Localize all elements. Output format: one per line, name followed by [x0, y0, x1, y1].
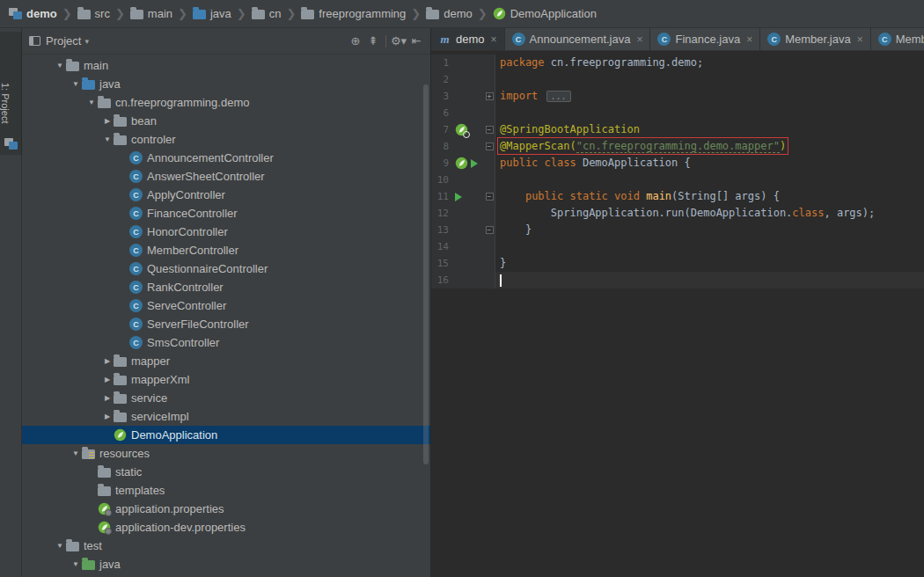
chevron-expanded-icon[interactable]: ▼ — [101, 135, 114, 143]
tab-announcement-java[interactable]: CAnnouncement.java× — [505, 28, 651, 50]
spring-icon[interactable] — [455, 157, 468, 170]
breadcrumb-item-freeprogramming[interactable]: freeprogramming — [299, 0, 407, 27]
chevron-expanded-icon[interactable]: ▼ — [85, 99, 98, 106]
tree-item-static[interactable]: static — [22, 463, 430, 481]
code-line-9: 9public class DemoApplication { — [431, 155, 924, 172]
chevron-collapsed-icon[interactable]: ▶ — [101, 357, 114, 365]
tree-item-serverfilecontroller[interactable]: CServerFileController — [22, 315, 430, 333]
gutter — [452, 188, 484, 205]
tree-item-honorcontroller[interactable]: CHonorController — [22, 223, 430, 241]
chevron-down-icon[interactable]: ▾ — [84, 37, 89, 46]
tab-label: Membe — [896, 33, 924, 46]
chevron-collapsed-icon[interactable]: ▶ — [101, 117, 114, 125]
class-icon: C — [129, 336, 143, 349]
fold-collapse-icon[interactable]: − — [486, 142, 494, 150]
tree-item-smscontroller[interactable]: CSmsController — [22, 333, 430, 352]
tree-item-service[interactable]: ▶service — [22, 389, 430, 407]
tree-scrollbar[interactable] — [423, 84, 429, 464]
settings-icon[interactable]: ⚙▾ — [390, 33, 407, 50]
project-panel: Project ▾ ⊕⇞⚙▾⇤ ▼main▼java▼cn.freeprogra… — [22, 28, 431, 577]
tree-item-java[interactable]: ▼java — [22, 555, 430, 573]
class-icon: C — [129, 207, 143, 220]
error-highlight-box: @MapperScan("cn.freeprogramming.demo.map… — [500, 140, 786, 152]
breadcrumb-item-cn[interactable]: cn — [250, 0, 283, 27]
chevron-expanded-icon[interactable]: ▼ — [70, 80, 82, 88]
chevron-expanded-icon[interactable]: ▼ — [70, 449, 82, 457]
tree-item-applycontroller[interactable]: CApplyController — [22, 186, 430, 204]
tree-item-templates[interactable]: templates — [22, 481, 430, 500]
tree-item-financecontroller[interactable]: CFinanceController — [22, 204, 430, 223]
code-line-6: 6 — [431, 105, 924, 121]
tree-item-bean[interactable]: ▶bean — [22, 112, 430, 130]
run-icon[interactable] — [455, 193, 462, 201]
tree-item-rankcontroller[interactable]: CRankController — [22, 278, 430, 296]
class-icon: C — [129, 262, 143, 275]
tree-item-cn-freeprogramming-demo[interactable]: ▼cn.freeprogramming.demo — [22, 93, 430, 112]
project-tool-button[interactable]: 1: Project — [0, 32, 22, 155]
folder-icon — [114, 413, 127, 422]
hide-icon[interactable]: ⇤ — [407, 33, 425, 50]
tree-item-mapper[interactable]: ▶mapper — [22, 352, 430, 370]
spring-search-icon[interactable] — [455, 123, 468, 136]
tree-item-announcementcontroller[interactable]: CAnnouncementController — [22, 149, 430, 167]
project-panel-title[interactable]: Project — [46, 34, 81, 47]
chevron-expanded-icon[interactable]: ▼ — [70, 560, 82, 568]
chevron-collapsed-icon[interactable]: ▶ — [101, 394, 114, 402]
breadcrumb-item-demo[interactable]: demo — [424, 0, 474, 27]
tree-item-demoapplication[interactable]: DemoApplication — [22, 426, 430, 444]
tree-item-serviceimpl[interactable]: ▶serviceImpl — [22, 407, 430, 426]
folder-icon — [114, 394, 127, 404]
tree-item-label: ApplyController — [147, 188, 225, 201]
collapse-all-icon[interactable]: ⇞ — [364, 33, 382, 50]
run-icon[interactable] — [471, 159, 478, 168]
fold-column — [484, 55, 495, 71]
fold-expand-icon[interactable]: + — [486, 92, 494, 100]
code-line-12: 12 SpringApplication.run(DemoApplication… — [431, 205, 924, 222]
tree-item-label: MemberController — [147, 244, 238, 257]
fold-collapse-icon[interactable]: − — [486, 226, 494, 234]
tree-item-java[interactable]: ▼java — [22, 75, 430, 93]
tree-item-questionnairecontroller[interactable]: CQuestionnaireController — [22, 259, 430, 278]
locate-icon[interactable]: ⊕ — [347, 33, 364, 50]
chevron-collapsed-icon[interactable]: ▶ — [101, 376, 114, 383]
tree-item-test[interactable]: ▼test — [22, 537, 430, 555]
code-editor[interactable]: 1package cn.freeprogramming.demo;23+impo… — [431, 51, 924, 577]
tree-item-application-dev-properties[interactable]: application-dev.properties — [22, 518, 430, 537]
chevron-expanded-icon[interactable]: ▼ — [54, 542, 66, 550]
tab-membe[interactable]: CMembe — [871, 28, 924, 50]
tree-item-answersheetcontroller[interactable]: CAnswerSheetController — [22, 167, 430, 186]
tree-item-main[interactable]: ▼main — [22, 56, 430, 75]
class-icon: C — [129, 299, 143, 312]
tab-member-java[interactable]: CMember.java× — [760, 28, 870, 50]
tree-item-label: java — [99, 77, 121, 91]
chevron-expanded-icon[interactable]: ▼ — [54, 62, 66, 69]
gutter — [452, 155, 484, 172]
fold-collapse-icon[interactable]: − — [486, 126, 494, 134]
breadcrumb-item-demo[interactable]: demo — [7, 0, 59, 27]
tree-item-membercontroller[interactable]: CMemberController — [22, 241, 430, 259]
maven-icon: m — [438, 33, 451, 47]
close-icon[interactable]: × — [636, 33, 642, 46]
tree-item-label: FinanceController — [147, 207, 238, 220]
close-icon[interactable]: × — [491, 33, 497, 46]
close-icon[interactable]: × — [857, 33, 863, 46]
breadcrumb-item-src[interactable]: src — [76, 0, 112, 27]
breadcrumb-item-demoapplication[interactable]: DemoApplication — [491, 0, 598, 27]
tree-item-application-properties[interactable]: application.properties — [22, 500, 430, 518]
tab-finance-java[interactable]: CFinance.java× — [650, 28, 760, 50]
tree-item-resources[interactable]: ▼resources — [22, 444, 430, 463]
tree-item-servecontroller[interactable]: CServeController — [22, 296, 430, 315]
tree-item-mapperxml[interactable]: ▶mapperXml — [22, 370, 430, 389]
line-number: 8 — [431, 138, 452, 155]
breadcrumb-item-main[interactable]: main — [128, 0, 174, 27]
breadcrumb-item-java[interactable]: java — [191, 0, 233, 27]
tab-demo[interactable]: mdemo× — [431, 28, 505, 50]
code-text: import ... — [495, 88, 571, 105]
close-icon[interactable]: × — [746, 33, 752, 46]
tree-item-controler[interactable]: ▼controler — [22, 130, 430, 149]
chevron-collapsed-icon[interactable]: ▶ — [101, 413, 114, 420]
folder-icon — [77, 10, 91, 19]
folder-icon — [252, 10, 265, 19]
fold-collapse-icon[interactable]: − — [486, 193, 494, 201]
folder-icon — [301, 10, 314, 19]
